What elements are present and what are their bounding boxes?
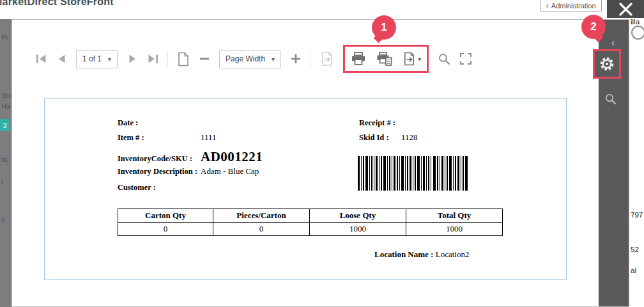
next-page-button[interactable] [126, 49, 138, 68]
back-chevron-icon: ‹ [546, 1, 548, 10]
minus-icon [199, 54, 210, 64]
previous-page-button[interactable] [56, 49, 67, 68]
bg-circle-icon [631, 26, 644, 40]
chevron-down-icon: ▾ [108, 56, 111, 63]
toolbar-separator [167, 51, 168, 67]
overlay-corner [607, 0, 644, 18]
annotation-step-1: 1 [372, 15, 396, 40]
background-page-right-fragment: illa 797 52 al [629, 18, 644, 307]
bg-text-fragment: Sto [1, 91, 12, 99]
report-field-receipt: Receipt # : [359, 118, 401, 128]
field-label: Receipt # : [359, 118, 401, 128]
zoom-mode-value: Page Width [226, 54, 265, 63]
bg-text-fragment: tic [1, 155, 8, 163]
report-field-skid: Skid Id :1128 [359, 132, 418, 143]
field-value: 1111 [201, 132, 217, 142]
next-page-icon [128, 54, 137, 63]
printer-page-icon [376, 52, 392, 66]
bg-text-fragment: illa [631, 18, 640, 26]
last-page-icon [148, 54, 158, 63]
app-title: MarketDirect StoreFront [0, 0, 114, 8]
column-header: Total Qty [406, 209, 503, 223]
field-label: Date : [118, 118, 201, 128]
refresh-button-disabled[interactable] [320, 49, 334, 68]
export-icon [402, 52, 416, 66]
field-label: Skid Id : [359, 133, 401, 143]
first-page-icon [36, 54, 47, 63]
app-header: MarketDirect StoreFront ‹ Administration [0, 0, 644, 19]
field-label: Inventory Description : [118, 167, 201, 177]
report-field-sku: InventoryCode/SKU :AD001221 [118, 149, 263, 165]
print-annotation-box: ▾ [343, 45, 429, 73]
annotation-step-2: 2 [581, 15, 606, 39]
annotation-number: 2 [590, 20, 596, 33]
bg-text-fragment: t [1, 178, 3, 185]
settings-gear-button[interactable] [593, 49, 621, 79]
bg-text-fragment: 52 [631, 246, 639, 253]
viewer-side-panel: ‹ [599, 20, 629, 306]
fullscreen-icon [459, 52, 472, 65]
printer-icon [351, 52, 366, 66]
fullscreen-button[interactable] [459, 49, 472, 68]
report-preview-dialog: 1 of 1 ▾ Page Width ▾ [12, 19, 629, 307]
page-indicator: 1 of 1 [82, 54, 102, 63]
bg-text-fragment: Ha [1, 102, 10, 110]
export-disabled-icon [320, 52, 334, 66]
table-cell: 1000 [406, 223, 503, 236]
field-value: 1128 [401, 132, 418, 142]
report-field-customer: Customer : [118, 182, 201, 193]
report-field-date: Date : [118, 118, 201, 128]
location-label: Location Name : [374, 249, 433, 259]
collapse-chevron-icon: ‹ [611, 37, 615, 48]
field-label: Item # : [118, 133, 201, 143]
report-field-description: Inventory Description :Adam - Blue Cap [118, 166, 259, 177]
column-header: Pieces/Carton [213, 209, 310, 223]
print-preview-button[interactable] [376, 49, 392, 68]
barcode-image [358, 156, 468, 191]
export-button[interactable]: ▾ [402, 49, 421, 68]
location-value: Location2 [436, 249, 470, 259]
report-field-item: Item # :1111 [118, 132, 217, 143]
chevron-down-icon: ▾ [418, 56, 421, 63]
panel-search-button[interactable] [604, 93, 617, 107]
dimmed-left-background: Pr Sto Ha 3 tic t u [0, 19, 12, 307]
annotation-number: 1 [381, 21, 387, 34]
field-value: AD001221 [201, 149, 263, 164]
bg-badge-fragment: 3 [0, 119, 10, 131]
table-cell: 0 [118, 223, 213, 236]
location-name-line: Location Name : Location2 [374, 249, 469, 260]
report-viewer-toolbar: 1 of 1 ▾ Page Width ▾ [12, 44, 599, 74]
toolbar-separator [310, 51, 311, 67]
gear-icon [599, 56, 615, 72]
bg-text-fragment: al [631, 267, 636, 274]
quantity-table: Carton Qty Pieces/Carton Loose Qty Total… [118, 209, 503, 236]
page-setup-icon [177, 52, 190, 67]
column-header: Loose Qty [310, 209, 406, 223]
last-page-button[interactable] [147, 49, 158, 68]
collapse-panel-button[interactable]: ‹ [611, 38, 615, 48]
field-value: Adam - Blue Cap [201, 166, 259, 176]
page-setup-button[interactable] [177, 49, 190, 68]
zoom-out-button[interactable] [199, 49, 210, 68]
bg-text-fragment: u [1, 216, 5, 223]
bg-badge-text: 3 [0, 119, 10, 131]
zoom-mode-select[interactable]: Page Width ▾ [219, 50, 281, 68]
report-page: Date : Item # :1111 InventoryCode/SKU :A… [44, 98, 567, 280]
bg-text-fragment: 797 [631, 211, 643, 219]
first-page-button[interactable] [35, 49, 47, 68]
field-label: InventoryCode/SKU : [118, 154, 201, 164]
table-header-row: Carton Qty Pieces/Carton Loose Qty Total… [118, 209, 503, 223]
previous-page-icon [57, 54, 66, 63]
field-label: Customer : [118, 183, 201, 193]
search-button[interactable] [438, 49, 450, 68]
page-number-select[interactable]: 1 of 1 ▾ [76, 50, 118, 68]
close-dialog-button[interactable] [617, 1, 634, 18]
administration-button[interactable]: ‹ Administration [540, 0, 602, 12]
zoom-in-button[interactable] [290, 49, 302, 68]
search-icon [438, 52, 450, 65]
close-icon [619, 3, 632, 16]
print-button[interactable] [351, 49, 366, 68]
administration-label: Administration [551, 2, 596, 10]
table-row: 0 0 1000 1000 [118, 223, 503, 236]
table-cell: 1000 [310, 223, 406, 236]
